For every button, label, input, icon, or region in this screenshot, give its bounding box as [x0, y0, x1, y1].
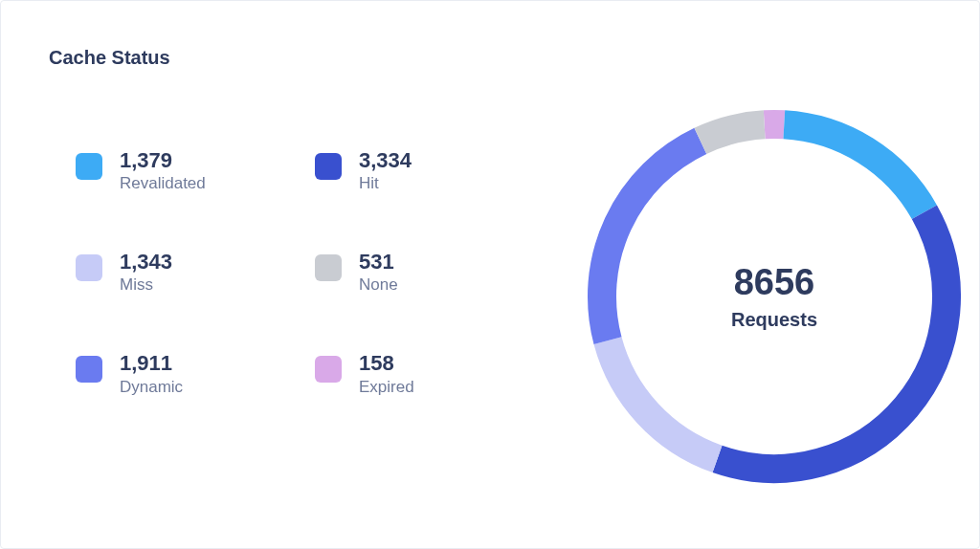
legend-swatch [315, 356, 342, 383]
legend-label: Miss [120, 275, 172, 295]
legend-value: 3,334 [359, 149, 412, 172]
legend-text: 3,334Hit [359, 149, 412, 193]
legend-area: 1,379Revalidated3,334Hit1,343Miss531None… [49, 115, 516, 397]
legend-label: Dynamic [120, 378, 183, 397]
legend-swatch [76, 153, 102, 180]
legend-label: Revalidated [120, 174, 206, 193]
legend-value: 1,379 [120, 149, 206, 172]
legend-swatch [76, 356, 102, 383]
donut-svg [573, 96, 975, 497]
legend-text: 158Expired [359, 352, 414, 396]
legend-value: 1,343 [120, 251, 172, 274]
legend-label: None [359, 275, 398, 295]
legend-text: 1,911Dynamic [120, 352, 183, 396]
legend-item-dynamic: 1,911Dynamic [76, 352, 277, 396]
legend-grid: 1,379Revalidated3,334Hit1,343Miss531None… [76, 149, 516, 397]
legend-text: 1,343Miss [120, 251, 172, 295]
legend-label: Expired [359, 378, 414, 397]
legend-swatch [315, 153, 342, 180]
legend-swatch [315, 254, 342, 281]
legend-item-expired: 158Expired [315, 352, 516, 396]
legend-text: 1,379Revalidated [120, 149, 206, 193]
legend-item-none: 531None [315, 251, 516, 295]
donut-segment-miss [608, 340, 718, 459]
legend-item-hit: 3,334Hit [315, 149, 516, 193]
legend-text: 531None [359, 251, 398, 295]
legend-value: 158 [359, 352, 414, 375]
donut-chart: 8656 Requests [573, 96, 975, 497]
legend-item-revalidated: 1,379Revalidated [76, 149, 277, 193]
cache-status-card: Cache Status 1,379Revalidated3,334Hit1,3… [0, 0, 980, 549]
legend-swatch [76, 254, 102, 281]
legend-value: 531 [359, 251, 398, 274]
card-title: Cache Status [49, 47, 931, 69]
donut-segment-none [701, 124, 765, 141]
legend-value: 1,911 [120, 352, 183, 375]
donut-segment-hit [718, 212, 947, 469]
card-content: 1,379Revalidated3,334Hit1,343Miss531None… [49, 115, 931, 497]
legend-item-miss: 1,343Miss [76, 251, 277, 295]
donut-segment-dynamic [602, 141, 701, 340]
legend-label: Hit [359, 174, 412, 193]
donut-segment-revalidated [784, 124, 924, 211]
